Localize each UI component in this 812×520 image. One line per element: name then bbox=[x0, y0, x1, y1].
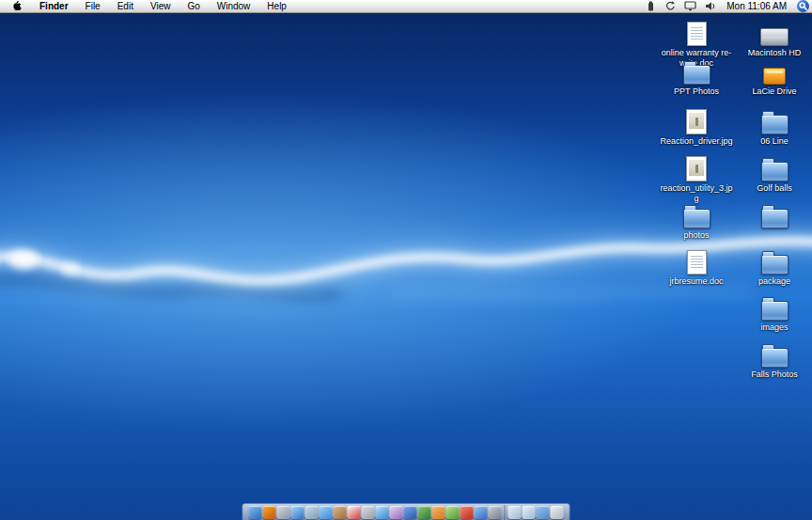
dock-icon-messenger[interactable] bbox=[446, 506, 460, 519]
lacie-icon bbox=[763, 59, 786, 85]
dock-icon-mail[interactable] bbox=[305, 506, 319, 519]
desktop-icon-photos-folder[interactable]: photos bbox=[657, 203, 736, 241]
dock-separator bbox=[505, 505, 506, 520]
desktop-icon-images-folder[interactable]: images bbox=[735, 295, 812, 333]
spotlight-icon[interactable] bbox=[797, 0, 809, 12]
desktop-icon-label: package bbox=[758, 276, 790, 287]
menu-window[interactable]: Window bbox=[209, 0, 259, 13]
menu-view[interactable]: View bbox=[142, 0, 180, 13]
desktop-icons: online warranty re-write.docPPT PhotosRe… bbox=[0, 13, 812, 520]
menu-finder[interactable]: Finder bbox=[31, 0, 77, 13]
menu-go[interactable]: Go bbox=[179, 0, 208, 13]
dock-icon-iphoto[interactable] bbox=[390, 506, 403, 519]
doc-icon bbox=[687, 21, 707, 46]
desktop-icon-reaction-utility-3-jpg[interactable]: reaction_utility_3.jpg bbox=[657, 156, 736, 204]
dock-icon-minimized-window-2[interactable] bbox=[523, 506, 536, 519]
desktop-icon-06-line-folder[interactable]: 06 Line bbox=[735, 109, 812, 147]
desktop-icon-label: reaction_utility_3.jpg bbox=[658, 183, 735, 204]
desktop-wallpaper: online warranty re-write.docPPT PhotosRe… bbox=[0, 13, 812, 520]
desktop-icon-label: photos bbox=[683, 230, 709, 241]
folder-icon bbox=[683, 59, 710, 85]
menu-clock[interactable]: Mon 11:06 AM bbox=[725, 1, 789, 11]
desktop-icon-label: 06 Line bbox=[760, 136, 789, 147]
dock-icon-ichat[interactable] bbox=[320, 506, 333, 519]
folder-icon bbox=[761, 109, 789, 134]
dock bbox=[242, 503, 570, 520]
folder-icon bbox=[761, 156, 789, 181]
desktop-icon-label: Golf balls bbox=[757, 183, 792, 194]
sync-icon[interactable] bbox=[664, 1, 676, 11]
menu-file[interactable]: File bbox=[77, 0, 109, 13]
desktop-icon-unnamed-folder[interactable] bbox=[735, 203, 812, 230]
folder-icon bbox=[761, 295, 789, 321]
dock-icon-firefox[interactable] bbox=[263, 506, 276, 519]
battery-icon[interactable] bbox=[645, 1, 656, 11]
folder-icon bbox=[683, 203, 710, 228]
dock-icon-internet-explorer[interactable] bbox=[475, 506, 488, 519]
desktop-icon-label: images bbox=[760, 323, 788, 333]
dock-icon-address-book[interactable] bbox=[334, 506, 347, 519]
apple-menu-icon[interactable] bbox=[0, 1, 31, 12]
menu-edit[interactable]: Edit bbox=[109, 0, 142, 13]
hd-icon bbox=[760, 21, 789, 46]
jpg-icon bbox=[686, 156, 707, 181]
menu-bar-left: Finder File Edit View Go Window Help bbox=[0, 0, 295, 12]
dock-icon-ical[interactable] bbox=[348, 506, 361, 519]
dock-icon-trash[interactable] bbox=[551, 506, 564, 519]
dock-icon-itunes[interactable] bbox=[376, 506, 389, 519]
dock-icon-preview[interactable] bbox=[362, 506, 375, 519]
dock-icon-minimized-window-1[interactable] bbox=[508, 506, 522, 519]
desktop-icon-jrbresume-doc[interactable]: jrbresume.doc bbox=[657, 249, 736, 287]
volume-icon[interactable] bbox=[705, 1, 716, 11]
desktop-icon-falls-photos-folder[interactable]: Falls Photos bbox=[735, 342, 812, 380]
desktop-icon-label: LaCie Drive bbox=[752, 87, 796, 97]
dock-icon-powerpoint[interactable] bbox=[432, 506, 445, 519]
dock-icon-word[interactable] bbox=[404, 506, 417, 519]
desktop-icon-golf-balls-folder[interactable]: Golf balls bbox=[735, 156, 812, 194]
dock-icon-excel[interactable] bbox=[418, 506, 431, 519]
dock-icon-realplayer[interactable] bbox=[461, 506, 474, 519]
desktop-icon-package-folder[interactable]: package bbox=[735, 249, 812, 287]
folder-icon bbox=[761, 249, 789, 275]
desktop-screen: Finder File Edit View Go Window Help Mon… bbox=[0, 0, 812, 520]
dock-icon-finder[interactable] bbox=[249, 506, 262, 519]
desktop-icon-label: PPT Photos bbox=[674, 87, 719, 97]
desktop-icon-label: Reaction_driver.jpg bbox=[660, 136, 732, 147]
doc-icon bbox=[687, 249, 707, 275]
desktop-icon-label: Macintosh HD bbox=[748, 48, 802, 58]
desktop-icon-ppt-photos-folder[interactable]: PPT Photos bbox=[657, 59, 736, 97]
menu-help[interactable]: Help bbox=[258, 0, 295, 13]
displays-icon[interactable] bbox=[684, 1, 696, 11]
menu-bar: Finder File Edit View Go Window Help Mon… bbox=[0, 0, 812, 13]
dock-icon-camino[interactable] bbox=[277, 506, 290, 519]
desktop-icon-label: jrbresume.doc bbox=[669, 276, 723, 287]
desktop-icon-macintosh-hd[interactable]: Macintosh HD bbox=[735, 21, 812, 58]
desktop-icon-lacie-drive[interactable]: LaCie Drive bbox=[735, 59, 812, 97]
dock-icon-safari[interactable] bbox=[291, 506, 304, 519]
folder-icon bbox=[761, 203, 789, 228]
desktop-icon-label: Falls Photos bbox=[751, 370, 798, 380]
dock-icon-documents-folder[interactable] bbox=[537, 506, 550, 519]
jpg-icon bbox=[686, 109, 707, 134]
menu-bar-right: Mon 11:06 AM bbox=[645, 0, 812, 12]
dock-icon-system-preferences[interactable] bbox=[489, 506, 502, 519]
folder-icon bbox=[761, 342, 789, 368]
desktop-icon-reaction-driver-jpg[interactable]: Reaction_driver.jpg bbox=[657, 109, 736, 147]
